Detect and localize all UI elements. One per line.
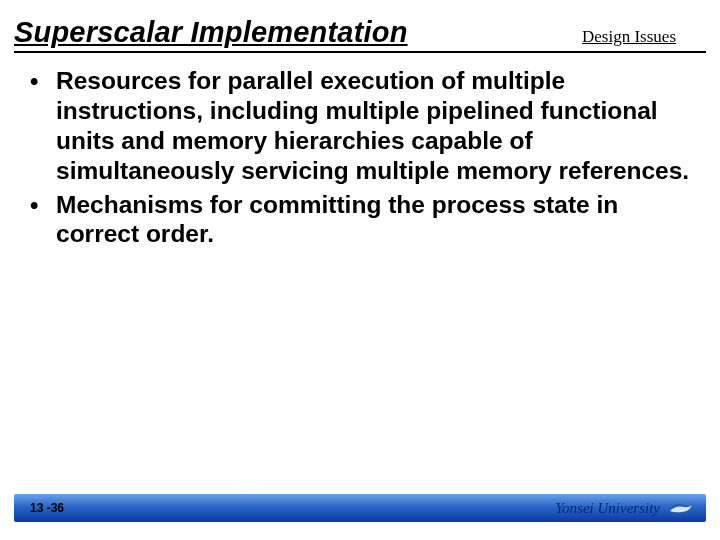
slide: Superscalar Implementation Design Issues… — [0, 0, 720, 540]
slide-header: Superscalar Implementation Design Issues — [14, 16, 706, 53]
footer-bar: 13 -36 Yonsei University — [14, 494, 706, 522]
slide-title: Superscalar Implementation — [14, 16, 408, 49]
page-number: 13 -36 — [30, 501, 64, 515]
bird-icon — [666, 499, 696, 517]
bullet-list: Resources for parallel execution of mult… — [20, 66, 700, 249]
list-item: Resources for parallel execution of mult… — [20, 66, 700, 186]
list-item: Mechanisms for committing the process st… — [20, 190, 700, 250]
slide-body: Resources for parallel execution of mult… — [20, 66, 700, 253]
affiliation-text: Yonsei University — [555, 500, 660, 517]
slide-subtitle: Design Issues — [582, 27, 706, 49]
affiliation: Yonsei University — [555, 499, 696, 517]
